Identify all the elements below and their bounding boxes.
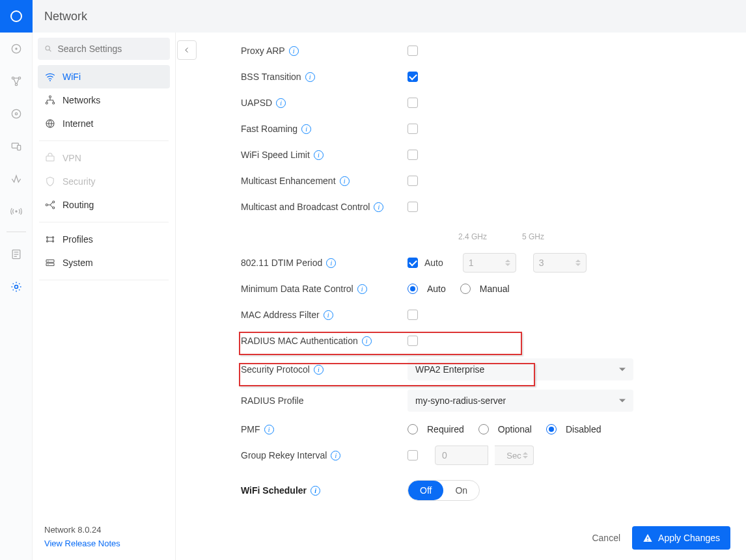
scheduler-on-option[interactable]: On: [443, 481, 479, 500]
search-box[interactable]: [38, 38, 170, 60]
group-rekey-input[interactable]: 0: [435, 446, 488, 465]
radius-profile-label: RADIUS Profile: [241, 395, 303, 406]
dtim-24-input[interactable]: 1: [463, 253, 516, 273]
sidebar-item-wifi[interactable]: WiFi: [38, 65, 170, 88]
version-text: Network 8.0.24: [44, 525, 163, 535]
info-icon[interactable]: i: [264, 425, 274, 434]
svg-point-6: [12, 109, 20, 118]
vpn-icon: [44, 152, 56, 164]
info-icon[interactable]: i: [331, 451, 340, 460]
multicast-broadcast-checkbox[interactable]: [408, 202, 418, 212]
svg-point-17: [53, 102, 55, 104]
uapsd-label: UAPSD: [241, 98, 272, 108]
release-notes-link[interactable]: View Release Notes: [44, 539, 163, 548]
pmf-optional-radio[interactable]: [478, 424, 489, 434]
fast-roaming-checkbox[interactable]: [408, 124, 418, 134]
security-protocol-dropdown[interactable]: WPA2 Enterprise: [408, 358, 633, 380]
chevron-left-icon: [183, 46, 191, 54]
wifi-speed-limit-label: WiFi Speed Limit: [241, 150, 310, 160]
info-icon[interactable]: i: [305, 72, 315, 82]
multicast-enhancement-checkbox[interactable]: [408, 176, 418, 186]
main-panel: Proxy ARPi BSS Transitioni UAPSDi Fast R…: [176, 0, 746, 560]
group-rekey-label: Group Rekey Interval: [241, 450, 327, 460]
svg-point-30: [48, 264, 48, 265]
shield-icon: [44, 176, 56, 187]
svg-rect-19: [46, 156, 54, 161]
pmf-required-radio[interactable]: [408, 424, 418, 434]
info-icon[interactable]: i: [311, 486, 320, 496]
svg-point-21: [53, 201, 55, 203]
security-protocol-value: WPA2 Enterprise: [415, 364, 484, 375]
mdr-manual-radio[interactable]: [460, 284, 471, 294]
svg-point-22: [53, 207, 55, 209]
pmf-required-label: Required: [427, 424, 464, 434]
scheduler-off-option[interactable]: Off: [408, 481, 443, 500]
radius-mac-auth-checkbox[interactable]: [408, 336, 418, 346]
svg-point-10: [15, 210, 17, 212]
info-icon[interactable]: i: [276, 98, 286, 108]
pmf-label: PMF: [241, 424, 260, 434]
routing-icon: [44, 199, 56, 211]
info-icon[interactable]: i: [362, 336, 372, 346]
svg-rect-28: [46, 263, 54, 266]
bss-transition-checkbox[interactable]: [408, 72, 418, 82]
info-icon[interactable]: i: [314, 150, 324, 160]
svg-rect-9: [17, 145, 20, 150]
uapsd-checkbox[interactable]: [408, 98, 418, 108]
apply-changes-button[interactable]: Apply Changes: [632, 526, 730, 550]
rail-dashboard-icon[interactable]: [0, 33, 33, 65]
mdr-auto-label: Auto: [427, 284, 446, 294]
info-icon[interactable]: i: [374, 202, 383, 212]
sidebar: WiFi Networks Internet VPN Security Rout…: [33, 0, 176, 560]
sidebar-item-profiles[interactable]: Profiles: [38, 228, 170, 251]
svg-point-20: [46, 204, 48, 206]
multicast-broadcast-label: Multicast and Broadcast Control: [241, 202, 370, 212]
pmf-disabled-radio[interactable]: [546, 424, 557, 434]
info-icon[interactable]: i: [324, 310, 333, 320]
sidebar-item-routing[interactable]: Routing: [38, 193, 170, 217]
rail-disc-icon[interactable]: [0, 98, 33, 130]
sidebar-item-security[interactable]: Security: [38, 170, 170, 193]
info-icon[interactable]: i: [314, 365, 324, 375]
group-rekey-unit[interactable]: Sec: [495, 446, 534, 465]
rail-settings-icon[interactable]: [0, 271, 33, 303]
sidebar-item-system[interactable]: System: [38, 251, 170, 274]
rail-logs-icon[interactable]: [0, 238, 33, 271]
group-rekey-checkbox[interactable]: [408, 450, 418, 460]
wifi-speed-limit-checkbox[interactable]: [408, 150, 418, 160]
cancel-button[interactable]: Cancel: [592, 533, 620, 543]
sidebar-item-networks[interactable]: Networks: [38, 88, 170, 112]
svg-point-13: [46, 46, 49, 50]
back-button[interactable]: [177, 40, 197, 60]
multicast-enhancement-label: Multicast Enhancement: [241, 176, 336, 186]
rail-devices-icon[interactable]: [0, 130, 33, 163]
rail-radio-icon[interactable]: [0, 195, 33, 228]
search-input[interactable]: [57, 44, 163, 54]
proxy-arp-checkbox[interactable]: [408, 46, 418, 56]
search-icon: [44, 44, 52, 53]
svg-point-31: [647, 540, 648, 540]
dtim-5-input[interactable]: 3: [533, 253, 587, 273]
pmf-disabled-label: Disabled: [566, 424, 601, 434]
info-icon[interactable]: i: [289, 46, 299, 56]
dtim-auto-checkbox[interactable]: [408, 258, 418, 268]
info-icon[interactable]: i: [301, 124, 311, 134]
system-icon: [44, 257, 56, 269]
dtim-auto-label: Auto: [424, 258, 443, 268]
sidebar-item-internet[interactable]: Internet: [38, 112, 170, 135]
app-logo-icon[interactable]: [0, 0, 33, 33]
info-icon[interactable]: i: [340, 176, 350, 186]
globe-icon: [44, 118, 56, 129]
info-icon[interactable]: i: [357, 284, 367, 294]
radius-profile-dropdown[interactable]: my-syno-radius-server: [408, 390, 633, 412]
mac-filter-checkbox[interactable]: [408, 310, 418, 320]
icon-rail: [0, 0, 33, 560]
sidebar-item-label: Profiles: [62, 234, 93, 245]
svg-point-2: [15, 47, 17, 49]
rail-wifi-icon[interactable]: [0, 163, 33, 195]
info-icon[interactable]: i: [326, 258, 336, 268]
mdr-auto-radio[interactable]: [408, 284, 418, 294]
sidebar-item-vpn[interactable]: VPN: [38, 146, 170, 170]
wifi-scheduler-toggle[interactable]: Off On: [408, 480, 480, 501]
rail-topology-icon[interactable]: [0, 65, 33, 98]
